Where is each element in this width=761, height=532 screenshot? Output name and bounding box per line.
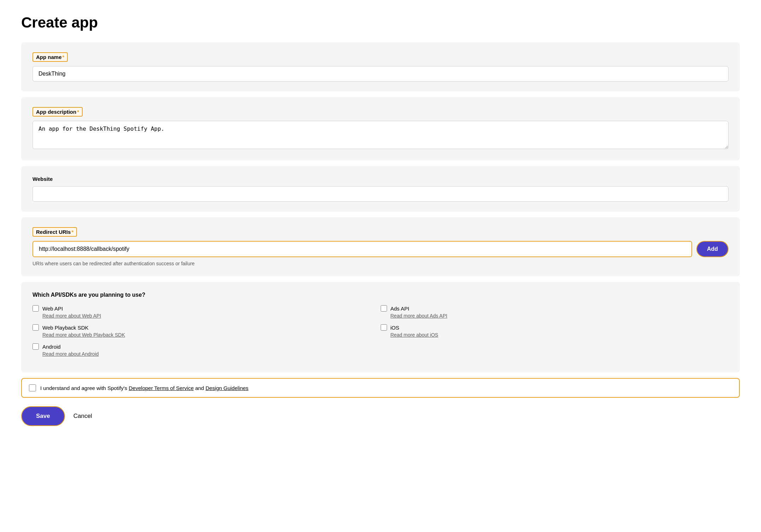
ads-api-label: Ads API	[391, 306, 409, 312]
design-guidelines-link[interactable]: Design Guidelines	[206, 385, 249, 391]
sdk-item-ads-api: Ads API Read more about Ads API	[381, 305, 729, 319]
redirect-uri-hint: URIs where users can be redirected after…	[32, 261, 729, 266]
website-label: Website	[32, 176, 729, 182]
web-api-checkbox[interactable]	[32, 305, 39, 312]
redirect-uris-label: Redirect URIs*	[32, 227, 77, 237]
android-link[interactable]: Read more about Android	[32, 351, 381, 357]
sdk-column-left: Web API Read more about Web API Web Play…	[32, 305, 381, 362]
terms-checkbox[interactable]	[29, 384, 36, 391]
app-name-label: App name*	[32, 52, 68, 62]
ads-api-checkbox[interactable]	[381, 305, 387, 312]
terms-of-service-link[interactable]: Developer Terms of Service	[129, 385, 194, 391]
sdk-column-right: Ads API Read more about Ads API iOS Read…	[381, 305, 729, 362]
app-name-input[interactable]	[32, 66, 729, 82]
app-description-input[interactable]	[32, 121, 729, 149]
android-label: Android	[42, 344, 61, 350]
ios-checkbox[interactable]	[381, 324, 387, 331]
web-api-label: Web API	[42, 306, 63, 312]
redirect-uri-input[interactable]	[32, 241, 692, 257]
sdk-item-ios: iOS Read more about iOS	[381, 324, 729, 338]
web-playback-sdk-label: Web Playback SDK	[42, 325, 89, 331]
sdk-grid: Web API Read more about Web API Web Play…	[32, 305, 729, 362]
save-button[interactable]: Save	[21, 406, 65, 426]
ios-label: iOS	[391, 325, 399, 331]
ads-api-link[interactable]: Read more about Ads API	[381, 313, 729, 319]
cancel-button[interactable]: Cancel	[73, 413, 92, 420]
android-checkbox[interactable]	[32, 343, 39, 350]
add-uri-button[interactable]: Add	[696, 241, 729, 257]
ios-link[interactable]: Read more about iOS	[381, 332, 729, 338]
page-title: Create app	[21, 14, 740, 31]
website-input[interactable]	[32, 186, 729, 202]
sdk-item-web-api: Web API Read more about Web API	[32, 305, 381, 319]
actions-row: Save Cancel	[21, 406, 740, 426]
terms-section: I understand and agree with Spotify's De…	[21, 378, 740, 398]
terms-text: I understand and agree with Spotify's De…	[40, 385, 249, 391]
sdk-section: Which API/SDKs are you planning to use? …	[21, 282, 740, 372]
app-name-section: App name*	[21, 42, 740, 91]
website-section: Website	[21, 166, 740, 212]
redirect-uri-row: Add	[32, 241, 729, 257]
sdk-item-web-playback: Web Playback SDK Read more about Web Pla…	[32, 324, 381, 338]
web-api-link[interactable]: Read more about Web API	[32, 313, 381, 319]
web-playback-sdk-checkbox[interactable]	[32, 324, 39, 331]
web-playback-sdk-link[interactable]: Read more about Web Playback SDK	[32, 332, 381, 338]
sdk-section-title: Which API/SDKs are you planning to use?	[32, 292, 729, 298]
app-description-section: App description*	[21, 97, 740, 160]
redirect-uris-section: Redirect URIs* Add URIs where users can …	[21, 217, 740, 276]
sdk-item-android: Android Read more about Android	[32, 343, 381, 357]
app-description-label: App description*	[32, 107, 83, 117]
